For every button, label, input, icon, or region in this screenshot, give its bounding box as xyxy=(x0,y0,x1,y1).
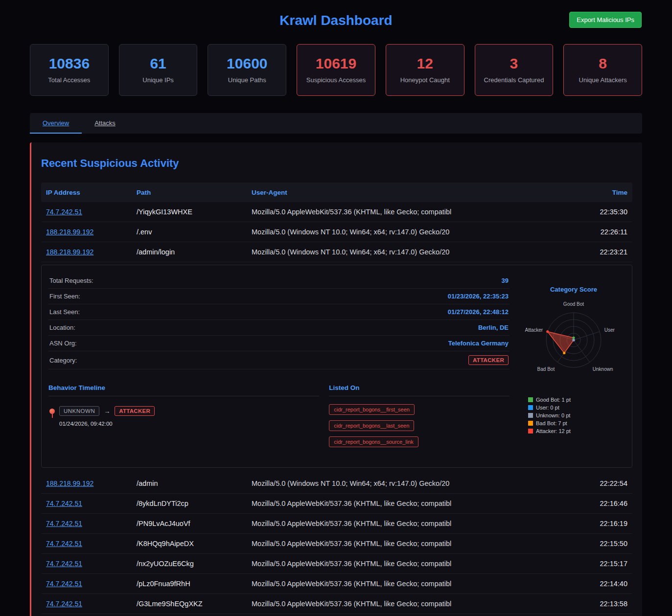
info-row: Location: Berlin, DE xyxy=(48,320,510,336)
time-cell: 22:22:54 xyxy=(569,479,627,487)
table-row[interactable]: 74.7.242.51 /PN9LvAcJ4uoVf Mozilla/5.0 A… xyxy=(41,514,632,534)
detail-sub-sections: Behavior Timeline UNKNOWN → ATTACKER 01/… xyxy=(48,384,510,453)
behavior-timeline-title: Behavior Timeline xyxy=(48,384,319,396)
time-cell: 22:16:46 xyxy=(569,500,627,507)
ip-address-link[interactable]: 74.7.242.51 xyxy=(46,520,82,527)
table-row[interactable]: 74.7.242.51 /YiqykGI13WHXE Mozilla/5.0 A… xyxy=(41,202,632,222)
ip-address-link[interactable]: 74.7.242.51 xyxy=(46,580,82,588)
radar-legend: Good Bot: 1 pt User: 0 pt Unknown: 0 pt … xyxy=(528,397,625,434)
table-row[interactable]: 188.218.99.192 /admin/login Mozilla/5.0 … xyxy=(41,242,632,262)
ip-address-link[interactable]: 74.7.242.51 xyxy=(46,208,82,216)
ip-address-link[interactable]: 74.7.242.51 xyxy=(46,540,82,548)
info-label: First Seen: xyxy=(49,293,80,300)
path-cell: /K8HQq9hAipeDX xyxy=(137,540,252,548)
time-cell: 22:15:50 xyxy=(569,540,627,548)
table-row[interactable]: 74.7.242.51 /pLz0Fnua9fRhH Mozilla/5.0 A… xyxy=(41,574,632,594)
path-cell: /8ykdLnDYTi2cp xyxy=(137,500,252,507)
user-agent-cell: Mozilla/5.0 AppleWebKit/537.36 (KHTML, l… xyxy=(252,600,569,608)
path-cell: /YiqykGI13WHXE xyxy=(137,208,252,216)
info-row-category: Category: ATTACKER xyxy=(48,351,510,369)
svg-text:Bad Bot: Bad Bot xyxy=(537,366,555,372)
legend-item: User: 0 pt xyxy=(528,405,625,411)
legend-swatch-icon xyxy=(528,429,533,433)
svg-text:Good Bot: Good Bot xyxy=(563,301,584,307)
stat-value: 12 xyxy=(390,55,460,72)
ip-address-link[interactable]: 188.218.99.192 xyxy=(46,248,93,256)
radar-chart-title: Category Score xyxy=(522,286,625,293)
ip-address-link[interactable]: 74.7.242.51 xyxy=(46,500,82,507)
column-header-ip-address: IP Address xyxy=(46,189,137,196)
page-title: Krawl Dashboard xyxy=(30,13,642,28)
info-row: Total Requests: 39 xyxy=(48,273,510,289)
path-cell: /pLz0Fnua9fRhH xyxy=(137,580,252,588)
stat-card-suspicious-accesses: 10619 Suspicious Accesses xyxy=(297,44,375,96)
stat-value: 8 xyxy=(568,55,638,72)
stat-label: Unique IPs xyxy=(123,76,193,84)
time-cell: 22:16:19 xyxy=(569,520,627,527)
stat-card-honeypot-caught: 12 Honeypot Caught xyxy=(386,44,464,96)
table-row[interactable]: 74.7.242.51 /8ykdLnDYTi2cp Mozilla/5.0 A… xyxy=(41,494,632,514)
arrow-right-icon: → xyxy=(104,408,110,415)
stat-value: 61 xyxy=(123,55,193,72)
path-cell: /nx2yUOZuE6Ckg xyxy=(137,560,252,568)
info-row: Last Seen: 01/27/2026, 22:48:12 xyxy=(48,304,510,320)
stat-label: Unique Attackers xyxy=(568,76,638,84)
path-cell: /G3Lme9ShEQgXKZ xyxy=(137,600,252,608)
user-agent-cell: Mozilla/5.0 (Windows NT 10.0; Win64; x64… xyxy=(252,479,569,487)
info-value: 01/27/2026, 22:48:12 xyxy=(448,308,509,316)
stat-card-credentials-captured: 3 Credentials Captured xyxy=(475,44,554,96)
tab-overview[interactable]: Overview xyxy=(30,113,82,134)
listed-on-badge[interactable]: cidr_report_bogons__first_seen xyxy=(329,404,415,415)
legend-swatch-icon xyxy=(528,421,533,426)
suspicious-activity-panel: Recent Suspicious Activity IP AddressPat… xyxy=(30,142,642,616)
svg-text:Attacker: Attacker xyxy=(525,327,543,333)
ip-detail-box: Total Requests: 39First Seen: 01/23/2026… xyxy=(41,265,632,468)
user-agent-cell: Mozilla/5.0 AppleWebKit/537.36 (KHTML, l… xyxy=(252,500,569,507)
stat-label: Suspicious Accesses xyxy=(301,76,371,84)
table-row[interactable]: 74.7.242.51 /K8HQq9hAipeDX Mozilla/5.0 A… xyxy=(41,534,632,554)
ip-address-link[interactable]: 74.7.242.51 xyxy=(46,560,82,568)
legend-item: Unknown: 0 pt xyxy=(528,412,625,418)
stat-card-total-accesses: 10836 Total Accesses xyxy=(30,44,109,96)
stat-label: Unique Paths xyxy=(212,76,282,84)
tabs-bar: OverviewAttacks xyxy=(30,113,642,134)
listed-on-badge[interactable]: cidr_report_bogons__source_link xyxy=(329,436,418,447)
time-cell: 22:14:40 xyxy=(569,580,627,588)
svg-text:Unknown: Unknown xyxy=(593,366,613,372)
svg-text:User: User xyxy=(604,327,615,333)
table-row[interactable]: 188.218.99.192 /.env Mozilla/5.0 (Window… xyxy=(41,222,632,242)
legend-swatch-icon xyxy=(528,397,533,402)
path-cell: /.env xyxy=(137,228,252,236)
legend-item: Bad Bot: 7 pt xyxy=(528,420,625,426)
stat-value: 10836 xyxy=(34,55,104,72)
ip-address-link[interactable]: 188.218.99.192 xyxy=(46,479,93,487)
stat-label: Total Accesses xyxy=(34,76,104,84)
listed-on-badge[interactable]: cidr_report_bogons__last_seen xyxy=(329,420,414,431)
user-agent-cell: Mozilla/5.0 AppleWebKit/537.36 (KHTML, l… xyxy=(252,560,569,568)
table-row[interactable]: 74.7.242.51 /nx2yUOZuE6Ckg Mozilla/5.0 A… xyxy=(41,554,632,574)
table-row[interactable]: 188.218.99.192 /admin Mozilla/5.0 (Windo… xyxy=(41,474,632,494)
info-value: 39 xyxy=(502,277,509,284)
time-cell: 22:26:11 xyxy=(569,228,627,236)
category-label: Category: xyxy=(49,357,77,364)
tab-attacks[interactable]: Attacks xyxy=(82,113,128,134)
info-value: 01/23/2026, 22:35:23 xyxy=(448,293,509,300)
ip-address-link[interactable]: 74.7.242.51 xyxy=(46,600,82,608)
legend-text: Attacker: 12 pt xyxy=(536,428,571,434)
legend-swatch-icon xyxy=(528,413,533,418)
dashboard-root: Krawl Dashboard Export Malicious IPs 108… xyxy=(0,0,672,616)
column-header-time: Time xyxy=(569,189,627,196)
info-rows: Total Requests: 39First Seen: 01/23/2026… xyxy=(48,273,510,351)
header: Krawl Dashboard Export Malicious IPs xyxy=(30,0,642,28)
column-header-user-agent: User-Agent xyxy=(252,189,569,196)
timeline-line: UNKNOWN → ATTACKER xyxy=(49,406,319,416)
path-cell: /admin xyxy=(137,479,252,487)
panel-title: Recent Suspicious Activity xyxy=(41,157,632,170)
user-agent-cell: Mozilla/5.0 (Windows NT 10.0; Win64; x64… xyxy=(252,228,569,236)
listed-on-section: Listed On cidr_report_bogons__first_seen… xyxy=(329,384,510,453)
table-row[interactable]: 74.7.242.51 /G3Lme9ShEQgXKZ Mozilla/5.0 … xyxy=(41,594,632,614)
user-agent-cell: Mozilla/5.0 AppleWebKit/537.36 (KHTML, l… xyxy=(252,208,569,216)
info-label: Last Seen: xyxy=(49,308,80,316)
ip-address-link[interactable]: 188.218.99.192 xyxy=(46,228,93,236)
export-malicious-ips-button[interactable]: Export Malicious IPs xyxy=(569,12,642,28)
